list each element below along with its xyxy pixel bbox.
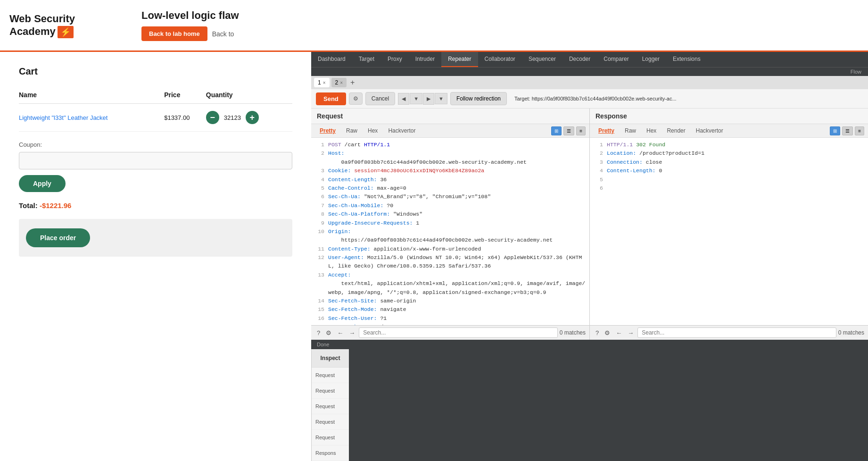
- response-search-settings-icon[interactable]: ⚙: [603, 328, 612, 337]
- req-tab-pretty[interactable]: Pretty: [315, 126, 340, 135]
- code-line: 3 Connection: close: [594, 158, 864, 167]
- cart-table: Name Price Quantity Lightweight "l33t" L…: [19, 86, 292, 132]
- request-view-tabs: Pretty Raw Hex Hackvertor ⊞ ☰ ≡: [311, 124, 589, 138]
- response-search-forward-icon[interactable]: →: [626, 328, 636, 337]
- req-view-icon-3[interactable]: ≡: [576, 126, 586, 135]
- arrow-right-button[interactable]: ▶: [423, 93, 434, 105]
- req-view-icon-1[interactable]: ⊞: [551, 126, 562, 135]
- tab-dashboard[interactable]: Dashboard: [311, 52, 352, 67]
- request-search-back-icon[interactable]: ←: [335, 328, 345, 337]
- tab-repeater[interactable]: Repeater: [441, 52, 478, 67]
- rep-tab-2-close[interactable]: ×: [340, 80, 343, 85]
- inspect-item-2[interactable]: Request: [312, 383, 349, 399]
- response-search-back-icon[interactable]: ←: [614, 328, 624, 337]
- back-to-lab-button[interactable]: Back to lab home: [141, 26, 207, 41]
- request-response-split: Request Pretty Raw Hex Hackvertor ⊞ ☰ ≡: [311, 109, 868, 340]
- apply-coupon-button[interactable]: Apply: [19, 175, 66, 192]
- send-button[interactable]: Send: [316, 92, 346, 105]
- status-bar: Done: [311, 340, 868, 349]
- quantity-plus-button[interactable]: +: [246, 111, 259, 124]
- arrow-left-button[interactable]: ◀: [398, 93, 409, 105]
- inspect-item-5[interactable]: Request: [312, 430, 349, 445]
- logo: Web Security Academy⚡: [9, 13, 75, 38]
- request-search-bar: ? ⚙ ← → 0 matches: [311, 325, 589, 340]
- price-cell: $1337.00: [164, 104, 206, 132]
- main-content: Cart Name Price Quantity Lightweight "l3…: [0, 52, 868, 461]
- resp-tab-pretty[interactable]: Pretty: [594, 126, 619, 135]
- request-code-area[interactable]: 1 POST /cart HTTP/1.1 2 Host: 0a9f00f803…: [311, 138, 589, 325]
- code-line: 9 Upgrade-Insecure-Requests: 1: [315, 219, 586, 227]
- tab-intruder[interactable]: Intruder: [409, 52, 441, 67]
- tab-collaborator[interactable]: Collaborator: [478, 52, 522, 67]
- coupon-input[interactable]: [19, 152, 292, 169]
- tab-target[interactable]: Target: [352, 52, 381, 67]
- nav-buttons: Back to lab home Back to: [141, 26, 239, 41]
- total-value: -$1221.96: [40, 201, 72, 210]
- resp-tab-hackvertor[interactable]: Hackvertor: [691, 126, 728, 135]
- cart-panel: Cart Name Price Quantity Lightweight "l3…: [0, 52, 311, 461]
- code-line: 3 Cookie: session=4mcJ80oUc61xxDINQYo6Kb…: [315, 167, 586, 175]
- repeater-panel: 1 × 2 × + Send ⚙ Cancel ◀ ▼ ▶ ▼: [311, 76, 868, 349]
- tab-comparer[interactable]: Comparer: [597, 52, 635, 67]
- rep-tab-1-close[interactable]: ×: [323, 80, 326, 85]
- resp-view-icon-2[interactable]: ☰: [842, 126, 853, 135]
- back-to-text: Back to: [212, 30, 234, 38]
- request-header: Request: [311, 109, 589, 124]
- repeater-tab-2[interactable]: 2 ×: [331, 78, 347, 87]
- total-section: Total: -$1221.96: [19, 201, 292, 210]
- resp-tab-render[interactable]: Render: [662, 126, 690, 135]
- logo-icon: ⚡: [58, 26, 74, 38]
- req-tab-hex[interactable]: Hex: [363, 126, 382, 135]
- settings-icon-button[interactable]: ⚙: [349, 92, 363, 105]
- quantity-minus-button[interactable]: −: [206, 111, 219, 124]
- request-search-matches: 0 matches: [560, 329, 586, 336]
- arrow-down-button[interactable]: ▼: [410, 93, 422, 104]
- resp-tab-hex[interactable]: Hex: [642, 126, 661, 135]
- code-line: 1 POST /cart HTTP/1.1: [315, 141, 586, 149]
- product-link[interactable]: Lightweight "l33t" Leather Jacket: [19, 114, 107, 121]
- response-code-area[interactable]: 1 HTTP/1.1 302 Found 2 Location: /produc…: [590, 138, 868, 325]
- arrow-down2-button[interactable]: ▼: [435, 93, 447, 104]
- response-header: Response: [590, 109, 868, 124]
- response-help-icon[interactable]: ?: [594, 328, 601, 337]
- resp-view-icon-1[interactable]: ⊞: [830, 126, 840, 135]
- inspect-item-6[interactable]: Respons: [312, 445, 349, 461]
- tab-extensions[interactable]: Extensions: [666, 52, 707, 67]
- cancel-button[interactable]: Cancel: [365, 92, 395, 105]
- resp-view-icon-3[interactable]: ≡: [855, 126, 864, 135]
- total-label: Total:: [19, 201, 38, 210]
- code-line: 7 Sec-Ch-Ua-Mobile: ?0: [315, 201, 586, 210]
- place-order-button[interactable]: Place order: [26, 228, 90, 247]
- req-tab-raw[interactable]: Raw: [341, 126, 362, 135]
- burp-panel: Dashboard Target Proxy Intruder Repeater…: [311, 52, 868, 461]
- inspect-item-3[interactable]: Request: [312, 399, 349, 414]
- code-line: 6 Sec-Ch-Ua: "Not?A_Brand";v="8", "Chrom…: [315, 193, 586, 201]
- req-tab-hackvertor[interactable]: Hackvertor: [383, 126, 420, 135]
- repeater-tab-1[interactable]: 1 ×: [314, 78, 330, 87]
- inspect-header: Inspect: [312, 349, 349, 368]
- col-price: Price: [164, 86, 206, 104]
- lab-title: Low-level logic flaw: [141, 9, 239, 22]
- tab-sequencer[interactable]: Sequencer: [522, 52, 562, 67]
- inspect-item-4[interactable]: Request: [312, 414, 349, 430]
- resp-tab-raw[interactable]: Raw: [620, 126, 641, 135]
- place-order-section: Place order: [19, 219, 292, 257]
- request-search-forward-icon[interactable]: →: [347, 328, 357, 337]
- response-search-bar: ? ⚙ ← → 0 matches: [590, 325, 868, 340]
- request-help-icon[interactable]: ?: [315, 328, 322, 337]
- tab-proxy[interactable]: Proxy: [381, 52, 409, 67]
- request-search-settings-icon[interactable]: ⚙: [324, 328, 333, 337]
- repeater-tab-add[interactable]: +: [348, 78, 356, 87]
- response-search-input[interactable]: [637, 327, 836, 338]
- rep-tab-2-label: 2: [335, 79, 339, 86]
- code-line: 11 Content-Type: application/x-www-form-…: [315, 245, 586, 253]
- follow-redirect-button[interactable]: Follow redirection: [450, 92, 507, 105]
- cart-title: Cart: [19, 66, 292, 77]
- tab-decoder[interactable]: Decoder: [562, 52, 597, 67]
- request-search-input[interactable]: [359, 327, 557, 338]
- request-view-icons: ⊞ ☰ ≡: [551, 126, 586, 135]
- tab-logger[interactable]: Logger: [636, 52, 666, 67]
- inspect-item-1[interactable]: Request: [312, 368, 349, 383]
- repeater-tabs: 1 × 2 × +: [311, 76, 868, 89]
- req-view-icon-2[interactable]: ☰: [563, 126, 574, 135]
